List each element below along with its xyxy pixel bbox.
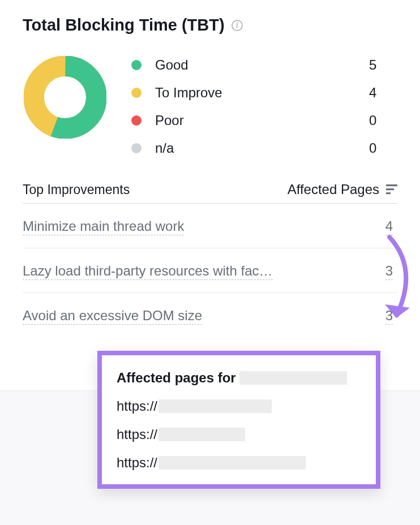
- table-row: Minimize main thread work 4: [23, 204, 397, 248]
- legend: Good 5 To Improve 4 Poor 0 n/a 0: [131, 56, 397, 156]
- svg-point-1: [34, 66, 97, 129]
- affected-pages-tooltip: Affected pages for https:// https:// htt…: [97, 351, 380, 489]
- improvement-link[interactable]: Minimize main thread work: [23, 218, 184, 235]
- legend-item-good[interactable]: Good 5: [131, 57, 397, 73]
- legend-value: 5: [369, 57, 397, 73]
- url-scheme: https://: [117, 398, 157, 414]
- url-scheme: https://: [117, 427, 157, 442]
- table-header-col1: Top Improvements: [23, 182, 130, 197]
- improvement-link[interactable]: Avoid an excessive DOM size: [23, 308, 202, 325]
- legend-item-na[interactable]: n/a 0: [131, 140, 397, 156]
- tooltip-header: Affected pages for: [117, 370, 361, 386]
- legend-dot-poor: [131, 115, 142, 126]
- improvement-link[interactable]: Lazy load third-party resources with fac…: [23, 263, 273, 280]
- redacted-text: [158, 399, 272, 413]
- url-scheme: https://: [117, 455, 157, 471]
- svg-rect-2: [386, 184, 397, 186]
- legend-label: To Improve: [155, 85, 369, 101]
- redacted-text: [239, 371, 347, 385]
- svg-rect-3: [386, 188, 394, 190]
- legend-dot-na: [131, 143, 142, 153]
- info-icon[interactable]: i: [232, 20, 243, 31]
- svg-rect-4: [386, 192, 391, 194]
- tbt-card: Total Blocking Time (TBT) i Good 5 To Im…: [0, 0, 420, 337]
- legend-label: Good: [155, 57, 369, 73]
- table-header: Top Improvements Affected Pages: [23, 182, 397, 204]
- card-header: Total Blocking Time (TBT) i: [23, 16, 397, 35]
- affected-count-link[interactable]: 4: [385, 218, 393, 235]
- card-title: Total Blocking Time (TBT): [23, 16, 225, 35]
- legend-value: 4: [369, 85, 397, 101]
- legend-label: Poor: [155, 113, 369, 128]
- legend-item-poor[interactable]: Poor 0: [131, 113, 397, 128]
- callout-arrow-icon: [385, 234, 419, 333]
- tooltip-url-row[interactable]: https://: [117, 427, 361, 442]
- affected-pages-label: Affected Pages: [288, 182, 379, 197]
- legend-label: n/a: [155, 140, 369, 156]
- legend-dot-toimprove: [131, 88, 142, 98]
- chart-legend-section: Good 5 To Improve 4 Poor 0 n/a 0: [23, 56, 397, 156]
- legend-item-toimprove[interactable]: To Improve 4: [131, 85, 397, 101]
- legend-value: 0: [369, 140, 397, 156]
- donut-chart: [24, 56, 106, 139]
- sort-desc-icon: [386, 184, 397, 195]
- redacted-text: [158, 428, 245, 441]
- legend-dot-good: [131, 60, 142, 70]
- table-row: Avoid an excessive DOM size 3: [23, 293, 397, 337]
- legend-value: 0: [369, 113, 397, 128]
- tooltip-title: Affected pages for: [117, 370, 236, 386]
- table-header-col2[interactable]: Affected Pages: [288, 182, 397, 197]
- table-row: Lazy load third-party resources with fac…: [23, 248, 397, 293]
- redacted-text: [158, 456, 306, 470]
- tooltip-url-row[interactable]: https://: [117, 455, 361, 471]
- tooltip-url-row[interactable]: https://: [117, 398, 361, 414]
